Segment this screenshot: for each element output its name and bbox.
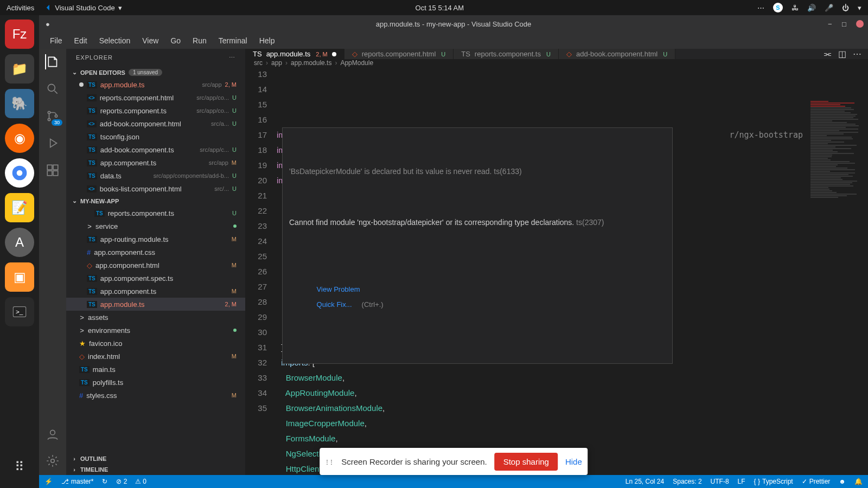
menu-selection[interactable]: Selection xyxy=(94,34,136,47)
minimap[interactable] xyxy=(808,100,868,475)
status-remote-icon[interactable]: ⚡ xyxy=(44,478,53,485)
status-sync[interactable]: ↻ xyxy=(102,478,107,485)
activities-button[interactable]: Activities xyxy=(7,4,34,12)
status-eol[interactable]: LF xyxy=(738,478,745,485)
code-editor[interactable]: 1314151617181920212223242526272829303132… xyxy=(245,67,868,475)
activity-search[interactable] xyxy=(45,81,60,97)
status-problems[interactable]: ⊘ 2 ⚠ 0 xyxy=(116,478,146,485)
tree-item[interactable]: #styles.cssM xyxy=(66,389,245,402)
tree-item[interactable]: >assets xyxy=(66,311,245,324)
editor-tab[interactable]: ◇reports.component.htmlU xyxy=(344,49,454,59)
share-handle-icon[interactable]: ⫶⫶ xyxy=(325,457,334,466)
dock-postman[interactable]: ◉ xyxy=(5,124,34,153)
status-feedback-icon[interactable]: ☻ xyxy=(839,478,846,485)
tree-item[interactable]: TSapp.component.tsM xyxy=(66,285,245,298)
status-position[interactable]: Ln 25, Col 24 xyxy=(626,478,664,485)
mic-icon[interactable]: 🎤 xyxy=(825,4,833,12)
tree-item[interactable]: #app.component.css xyxy=(66,246,245,259)
timeline-header[interactable]: ›TIMELINE xyxy=(66,464,245,475)
more-icon[interactable]: ⋯ xyxy=(853,49,861,59)
status-branch[interactable]: ⎇ master* xyxy=(61,478,93,485)
open-editor-item[interactable]: TStsconfig.json xyxy=(66,130,245,143)
tree-item[interactable]: ★favicon.ico xyxy=(66,337,245,350)
dock-apps-grid[interactable]: ⠿ xyxy=(5,452,34,481)
tree-item[interactable]: TSapp-routing.module.tsM xyxy=(66,233,245,246)
minimize-button[interactable]: − xyxy=(828,20,834,27)
open-editor-item[interactable]: <>add-book.component.htmlsrc/a...U xyxy=(66,117,245,130)
breadcrumb-segment[interactable]: AppModule xyxy=(340,59,373,67)
tree-item[interactable]: TSpolyfills.ts xyxy=(66,376,245,389)
status-bell-icon[interactable]: 🔔 xyxy=(854,478,863,485)
breadcrumb[interactable]: src›app›app.module.ts›AppModule xyxy=(245,59,868,67)
dock-filezilla[interactable]: Fz xyxy=(5,20,34,49)
tree-item[interactable]: TSapp.module.ts2, M xyxy=(66,298,245,311)
tree-item[interactable]: ◇index.htmlM xyxy=(66,350,245,363)
activity-scm[interactable]: 30 xyxy=(45,108,60,124)
menu-run[interactable]: Run xyxy=(187,34,212,47)
app-menu[interactable]: Visual Studio Code ▾ xyxy=(44,4,122,12)
activity-account[interactable] xyxy=(45,427,60,442)
menu-go[interactable]: Go xyxy=(165,34,186,47)
network-icon[interactable]: 🖧 xyxy=(792,4,799,12)
volume-icon[interactable]: 🔊 xyxy=(807,4,816,12)
menubar: FileEditSelectionViewGoRunTerminalHelp xyxy=(39,33,868,49)
status-spaces[interactable]: Spaces: 2 xyxy=(673,478,701,485)
status-encoding[interactable]: UTF-8 xyxy=(711,478,729,485)
dock-terminal[interactable]: >_ xyxy=(5,297,34,326)
breadcrumb-segment[interactable]: app.module.ts xyxy=(291,59,331,67)
menu-edit[interactable]: Edit xyxy=(69,34,93,47)
menu-file[interactable]: File xyxy=(44,34,68,47)
compare-icon[interactable]: ⫘ xyxy=(823,49,832,59)
open-editor-item[interactable]: TSreports.component.tssrc/app/co...U xyxy=(66,104,245,117)
dock-notes[interactable]: 📝 xyxy=(5,193,34,222)
close-button[interactable] xyxy=(856,20,864,28)
activity-debug[interactable] xyxy=(45,136,60,151)
menu-view[interactable]: View xyxy=(137,34,164,47)
breadcrumb-segment[interactable]: app xyxy=(271,59,282,67)
clock[interactable]: Oct 15 5:14 AM xyxy=(122,4,757,12)
menu-help[interactable]: Help xyxy=(254,34,280,47)
activity-settings[interactable] xyxy=(45,453,60,468)
breadcrumb-segment[interactable]: src xyxy=(254,59,263,67)
project-header[interactable]: ⌄ MY-NEW-APP xyxy=(66,195,245,207)
editor-tab[interactable]: TSapp.module.ts2, M xyxy=(245,49,344,59)
tree-item[interactable]: ◇app.component.htmlM xyxy=(66,259,245,272)
activity-explorer[interactable] xyxy=(45,54,60,69)
open-editor-item[interactable]: TSapp.component.tssrc/appM xyxy=(66,156,245,169)
dock-chrome[interactable] xyxy=(5,158,34,188)
status-language[interactable]: { } TypeScript xyxy=(754,478,793,485)
dock-sublime[interactable]: ▣ xyxy=(5,262,34,292)
tree-item[interactable]: TSapp.component.spec.ts xyxy=(66,272,245,285)
activity-extensions[interactable] xyxy=(45,163,60,178)
svg-point-1 xyxy=(17,170,23,176)
view-problem-link[interactable]: View Problem xyxy=(317,285,360,293)
tray-menu-icon[interactable]: ⋯ xyxy=(757,4,764,12)
open-editor-item[interactable]: TSdata.tssrc/app/components/add-b...U xyxy=(66,169,245,182)
tree-item[interactable]: >environments xyxy=(66,324,245,337)
status-prettier[interactable]: ✓ Prettier xyxy=(802,478,831,485)
editor-tab[interactable]: ◇add-book.component.htmlU xyxy=(559,49,675,59)
tree-item[interactable]: TSreports.component.tsU xyxy=(66,207,245,220)
dock-files[interactable]: 📁 xyxy=(5,54,34,84)
explorer-more-icon[interactable]: ⋯ xyxy=(229,54,235,61)
tree-item[interactable]: >service xyxy=(66,220,245,233)
caret-down-icon[interactable]: ▾ xyxy=(858,4,861,12)
maximize-button[interactable]: □ xyxy=(842,20,848,27)
open-editor-item[interactable]: <>books-list.component.htmlsrc/...U xyxy=(66,182,245,195)
open-editor-item[interactable]: TSadd-book.component.tssrc/app/c...U xyxy=(66,143,245,156)
dock-software[interactable]: A xyxy=(5,228,34,257)
quick-fix-link[interactable]: Quick Fix... xyxy=(317,300,352,309)
tray-skype-icon[interactable]: S xyxy=(773,3,783,12)
editor-tab[interactable]: TSreports.component.tsU xyxy=(454,49,559,59)
split-icon[interactable]: ◫ xyxy=(838,49,846,59)
tree-item[interactable]: TSmain.ts xyxy=(66,363,245,376)
dock-postgres[interactable]: 🐘 xyxy=(5,89,34,118)
open-editors-header[interactable]: ⌄ OPEN EDITORS 1 unsaved xyxy=(66,67,245,78)
open-editor-item[interactable]: <>reports.component.htmlsrc/app/co...U xyxy=(66,91,245,104)
open-editor-item[interactable]: TSapp.module.tssrc/app2, M xyxy=(66,78,245,91)
stop-sharing-button[interactable]: Stop sharing xyxy=(495,453,558,471)
power-icon[interactable]: ⏻ xyxy=(842,4,849,12)
hide-share-button[interactable]: Hide xyxy=(565,457,582,466)
menu-terminal[interactable]: Terminal xyxy=(213,34,253,47)
outline-header[interactable]: ›OUTLINE xyxy=(66,453,245,464)
